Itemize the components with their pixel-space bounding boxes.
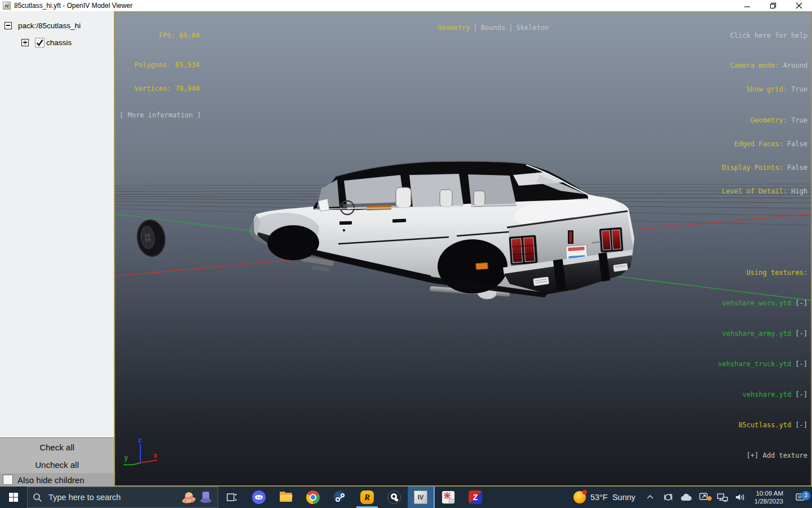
texture-row: vehshare_army.ytd[-]: [718, 329, 807, 339]
tray-network[interactable]: [715, 493, 730, 502]
texture-name: vehshare_truck.ytd: [718, 360, 791, 368]
car-model: [249, 161, 634, 298]
tree-item-label[interactable]: chassis: [46, 38, 72, 47]
clock-date: 1/28/2023: [754, 497, 783, 505]
tab-bounds[interactable]: Bounds: [481, 24, 505, 32]
tray-overflow-button[interactable]: [643, 493, 657, 502]
axis-x-label: x: [153, 452, 157, 459]
remove-texture-button[interactable]: [-]: [795, 330, 807, 338]
rockstar-icon: R: [360, 491, 374, 504]
remove-texture-button[interactable]: [-]: [795, 391, 807, 398]
sidebar-bottom: Check all Uncheck all Also hide children: [0, 437, 114, 487]
check-all-button[interactable]: Check all: [0, 438, 114, 456]
task-view-icon: [226, 492, 237, 502]
tree-item-chassis[interactable]: chassis: [21, 33, 114, 51]
model-tree: pack:/85cutlass_hi chassis: [0, 11, 114, 437]
tree-root-label[interactable]: pack:/85cutlass_hi: [18, 21, 81, 30]
also-hide-children-checkbox[interactable]: [3, 475, 13, 485]
taskbar-app-rockstar[interactable]: R: [354, 487, 381, 508]
fps-counter: FPS: 60.04: [120, 32, 200, 40]
taskbar-app-obs[interactable]: [381, 487, 408, 508]
textures-header: Using textures:: [718, 268, 807, 278]
minimize-icon: [744, 2, 751, 9]
setting-display-points[interactable]: Display Points: False: [722, 164, 807, 172]
weather-condition: Sunny: [612, 493, 636, 502]
search-highlight-icons: [182, 491, 213, 504]
texture-name: vehshare_worn.ytd: [722, 299, 791, 307]
network-icon: [717, 493, 728, 502]
remove-texture-button[interactable]: [-]: [795, 360, 807, 368]
restore-button[interactable]: [760, 0, 786, 11]
axis-z-label: z: [138, 436, 142, 444]
texture-name-active: 85cutlass.ytd: [738, 421, 791, 429]
taskbar-clock[interactable]: 10:09 AM 1/28/2023: [754, 489, 783, 505]
detached-wheel: [135, 218, 168, 259]
setting-show-grid[interactable]: Show grid: True: [722, 85, 807, 93]
main-area: pack:/85cutlass_hi chassis Check all Unc…: [0, 11, 812, 487]
taskbar-app-openiv[interactable]: IV: [408, 487, 435, 508]
taskbar-app-explorer[interactable]: [272, 487, 299, 508]
spark-tool-icon: [442, 491, 454, 503]
texture-row: 85cutlass.ytd[-]: [718, 420, 807, 430]
add-texture-button[interactable]: [+] Add texture: [718, 450, 807, 461]
texture-name: vehshare.ytd: [743, 391, 792, 398]
render-stats: FPS: 60.04 Polygons: 65,534 Vertices: 78…: [120, 16, 200, 135]
check-icon: [36, 38, 44, 47]
axis-y-label: y: [124, 454, 128, 462]
restore-icon: [770, 2, 776, 9]
tray-snip-tool[interactable]: [697, 492, 712, 502]
setting-edged-faces[interactable]: Edged Faces: False: [722, 140, 807, 148]
system-tray: 53°F Sunny: [568, 487, 812, 508]
sun-hat-icon: [182, 491, 197, 504]
help-link[interactable]: Click here for help: [722, 32, 807, 40]
minimize-button[interactable]: [734, 0, 760, 11]
discord-icon: [252, 491, 266, 504]
taskbar: R IV Z: [0, 487, 812, 508]
weather-temperature: 53°F: [590, 493, 608, 502]
uncheck-all-button[interactable]: Uncheck all: [0, 456, 114, 473]
model-viewport[interactable]: z y x FPS: 60.04 Polygons: 65,534 Vertic…: [114, 11, 812, 487]
screen: IV 85cutlass_hi.yft - OpenIV Model Viewe…: [0, 0, 812, 508]
setting-camera-mode[interactable]: Camera mode: Around: [722, 62, 807, 69]
texture-row: vehshare.ytd[-]: [718, 389, 807, 400]
obs-icon: [387, 491, 401, 504]
remove-texture-button[interactable]: [-]: [795, 299, 807, 307]
view-mode-tabs: Geometry|Bounds|Skeleton: [405, 16, 549, 40]
onedrive-cloud-icon: [681, 493, 692, 501]
taskbar-app-discord[interactable]: [245, 487, 272, 508]
collapse-icon[interactable]: [5, 22, 12, 29]
axis-gizmo: z y x: [123, 436, 157, 465]
tray-onedrive[interactable]: [679, 493, 694, 501]
openiv-icon: IV: [414, 491, 427, 504]
tab-skeleton[interactable]: Skeleton: [516, 24, 549, 32]
task-view-button[interactable]: [218, 487, 245, 508]
weather-widget[interactable]: 53°F Sunny: [568, 491, 641, 503]
notification-center-button[interactable]: 3: [788, 493, 812, 502]
taskbar-app-texture-tool[interactable]: [435, 487, 462, 508]
tree-root-row[interactable]: pack:/85cutlass_hi: [0, 17, 114, 33]
tab-geometry[interactable]: Geometry: [438, 24, 470, 32]
model-canvas[interactable]: z y x: [115, 12, 811, 485]
polygon-count: Polygons: 65,534: [120, 61, 200, 69]
remove-texture-button[interactable]: [-]: [795, 421, 807, 429]
taskbar-app-filezilla[interactable]: Z: [462, 487, 489, 508]
also-hide-children-row[interactable]: Also hide children: [0, 473, 114, 487]
start-button[interactable]: [0, 487, 27, 508]
taskbar-app-steam[interactable]: [326, 487, 354, 508]
setting-geometry[interactable]: Geometry: True: [722, 116, 807, 124]
tray-game-bar[interactable]: [661, 492, 676, 502]
tab-separator: |: [474, 24, 478, 32]
more-information-link[interactable]: [ More information ]: [120, 111, 200, 119]
search-input[interactable]: [47, 492, 176, 502]
expand-icon[interactable]: [21, 39, 29, 46]
vertex-count: Vertices: 78,940: [120, 85, 200, 93]
also-hide-children-label[interactable]: Also hide children: [17, 475, 84, 485]
taskbar-search[interactable]: [27, 487, 218, 508]
close-button[interactable]: [786, 0, 812, 11]
setting-level-of-detail[interactable]: Level of Detail: High: [722, 187, 807, 195]
window-controls: [734, 0, 812, 11]
chassis-checkbox[interactable]: [35, 38, 45, 47]
taskbar-app-chrome[interactable]: [299, 487, 326, 508]
tray-volume[interactable]: [733, 493, 748, 502]
windows-logo-icon: [8, 492, 19, 502]
